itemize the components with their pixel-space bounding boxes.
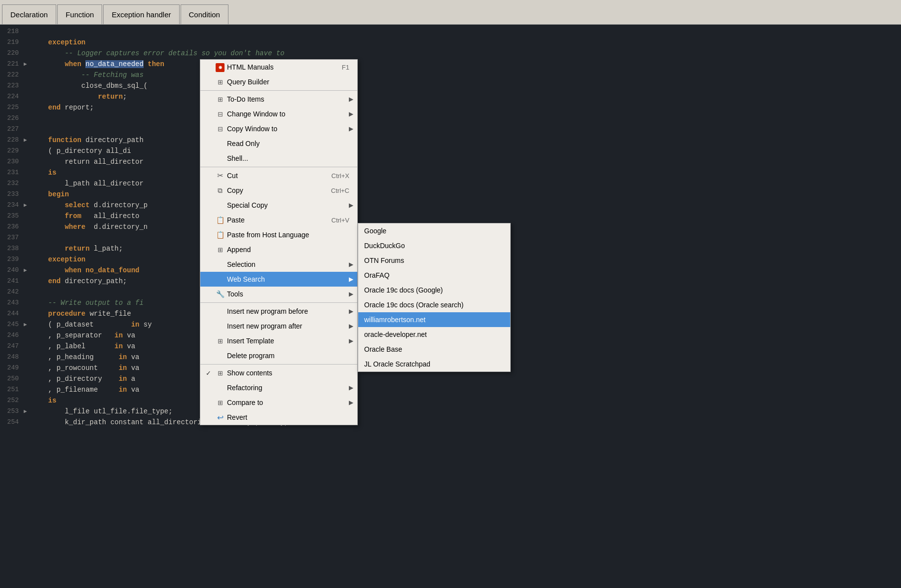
menu-arrow-selection: ▶ — [349, 261, 353, 268]
menu-item-append[interactable]: ⊞Append — [200, 242, 357, 257]
menu-shortcut-copy: Ctrl+C — [331, 187, 349, 194]
line-number: 250 — [0, 374, 24, 384]
line-number: 252 — [0, 396, 24, 405]
line-number: 241 — [0, 276, 24, 286]
line-number: 229 — [0, 146, 24, 156]
menu-label-web-search: Web Search — [227, 275, 339, 283]
line-arrow: ▶ — [24, 135, 32, 145]
menu-icon-copy: ⧉ — [213, 186, 227, 195]
code-line: 221▶ when no_data_needed then — [0, 59, 901, 70]
line-arrow — [24, 103, 32, 104]
menu-arrow-copy-window: ▶ — [349, 125, 353, 132]
menu-item-html-manuals[interactable]: ◉HTML ManualsF1 — [200, 60, 357, 74]
menu-item-query-builder[interactable]: ⊞Query Builder — [200, 74, 357, 89]
menu-label-copy-window: Copy Window to — [227, 125, 339, 133]
submenu-item-williamrobertson[interactable]: williamrobertson.net — [358, 312, 510, 327]
line-number: 251 — [0, 385, 24, 395]
menu-separator — [200, 167, 357, 167]
code-line: 220 -- Logger captures error details so … — [0, 48, 901, 59]
menu-item-show-contents[interactable]: ✓⊞Show contents — [200, 366, 357, 380]
menu-item-copy-window[interactable]: ⊟Copy Window to▶ — [200, 121, 357, 136]
menu-item-insert-new-before[interactable]: Insert new program before▶ — [200, 304, 357, 319]
append-icon: ⊞ — [218, 246, 223, 254]
revert-icon: ↩ — [217, 413, 224, 422]
submenu-item-google[interactable]: Google — [358, 223, 510, 238]
menu-label-show-contents: Show contents — [227, 369, 343, 377]
menu-item-web-search[interactable]: Web Search▶ — [200, 272, 357, 287]
menu-item-change-window[interactable]: ⊟Change Window to▶ — [200, 107, 357, 121]
menu-item-revert[interactable]: ↩Revert — [200, 410, 357, 425]
code-line: 233 begin — [0, 189, 901, 200]
line-content: , p_filename in va — [32, 385, 901, 396]
submenu-item-jl-scratchpad[interactable]: JL Oracle Scratchpad — [358, 357, 510, 371]
menu-shortcut-paste: Ctrl+V — [332, 217, 349, 224]
code-line: 222 -- Fetching was — [0, 70, 901, 81]
tab-function[interactable]: Function — [57, 4, 103, 24]
code-line: 225 end report; — [0, 103, 901, 113]
line-content: is — [32, 168, 901, 179]
submenu-item-otn-forums[interactable]: OTN Forums — [358, 253, 510, 268]
code-line: 234▶ select d.directory_p — [0, 200, 901, 211]
menu-item-paste[interactable]: 📋PasteCtrl+V — [200, 213, 357, 227]
menu-item-compare-to[interactable]: ⊞Compare to▶ — [200, 395, 357, 410]
line-number: 253 — [0, 406, 24, 416]
menu-label-insert-template: Insert Template — [227, 337, 339, 345]
line-content: k_dir_path constant all_directories.dire… — [32, 417, 901, 428]
line-arrow — [24, 189, 32, 190]
code-line: 231 is — [0, 168, 901, 179]
submenu-item-oracle-developer[interactable]: oracle-developer.net — [358, 327, 510, 342]
menu-item-special-copy[interactable]: Special Copy▶ — [200, 198, 357, 213]
tab-condition[interactable]: Condition — [181, 4, 228, 24]
menu-label-html-manuals: HTML Manuals — [227, 63, 336, 71]
line-number: 233 — [0, 189, 24, 199]
line-number: 244 — [0, 309, 24, 319]
menu-item-paste-host[interactable]: 📋Paste from Host Language — [200, 227, 357, 242]
line-number: 232 — [0, 179, 24, 188]
line-arrow — [24, 233, 32, 234]
menu-item-selection[interactable]: Selection▶ — [200, 257, 357, 272]
line-number: 242 — [0, 287, 24, 297]
menu-item-tools[interactable]: 🔧Tools▶ — [200, 287, 357, 301]
submenu-item-orafaq[interactable]: OraFAQ — [358, 268, 510, 283]
menu-item-copy[interactable]: ⧉CopyCtrl+C — [200, 183, 357, 198]
menu-item-todo-items[interactable]: ⊞To-Do Items▶ — [200, 92, 357, 107]
menu-icon-change-window: ⊟ — [213, 110, 227, 118]
line-arrow: ▶ — [24, 200, 32, 210]
line-number: 254 — [0, 417, 24, 427]
menu-checkmark-show-contents: ✓ — [203, 369, 213, 377]
scissors-icon: ✂ — [217, 171, 224, 180]
menu-shortcut-cut: Ctrl+X — [332, 172, 349, 180]
submenu-item-oracle-base[interactable]: Oracle Base — [358, 342, 510, 357]
line-arrow: ▶ — [24, 59, 32, 69]
menu-label-revert: Revert — [227, 413, 343, 421]
menu-separator — [200, 364, 357, 365]
tab-declaration[interactable]: Declaration — [2, 4, 56, 24]
line-arrow — [24, 417, 32, 418]
line-number: 235 — [0, 211, 24, 221]
line-content: end report; — [32, 103, 901, 113]
menu-label-selection: Selection — [227, 260, 339, 268]
tab-exception-handler[interactable]: Exception handler — [103, 4, 179, 24]
menu-item-refactoring[interactable]: Refactoring▶ — [200, 380, 357, 395]
submenu-item-oracle-19c-oracle[interactable]: Oracle 19c docs (Oracle search) — [358, 297, 510, 312]
line-number: 231 — [0, 168, 24, 178]
query-icon: ⊞ — [218, 78, 223, 86]
menu-item-cut[interactable]: ✂CutCtrl+X — [200, 168, 357, 183]
line-arrow — [24, 81, 32, 82]
menu-icon-query-builder: ⊞ — [213, 78, 227, 86]
line-number: 245 — [0, 320, 24, 330]
line-arrow: ▶ — [24, 265, 32, 275]
menu-icon-insert-template: ⊞ — [213, 337, 227, 345]
menu-arrow-insert-new-after: ▶ — [349, 323, 353, 330]
menu-item-insert-template[interactable]: ⊞Insert Template▶ — [200, 333, 357, 348]
submenu-item-oracle-19c-google[interactable]: Oracle 19c docs (Google) — [358, 283, 510, 297]
line-number: 236 — [0, 222, 24, 232]
code-line: 235 from all_directo — [0, 211, 901, 222]
menu-item-shell[interactable]: Shell... — [200, 151, 357, 166]
submenu-item-duckduckgo[interactable]: DuckDuckGo — [358, 238, 510, 253]
menu-item-delete-program[interactable]: Delete program — [200, 348, 357, 363]
line-content: from all_directo — [32, 211, 901, 222]
paste-icon: 📋 — [216, 216, 225, 224]
menu-item-insert-new-after[interactable]: Insert new program after▶ — [200, 319, 357, 333]
menu-item-read-only[interactable]: Read Only — [200, 136, 357, 151]
